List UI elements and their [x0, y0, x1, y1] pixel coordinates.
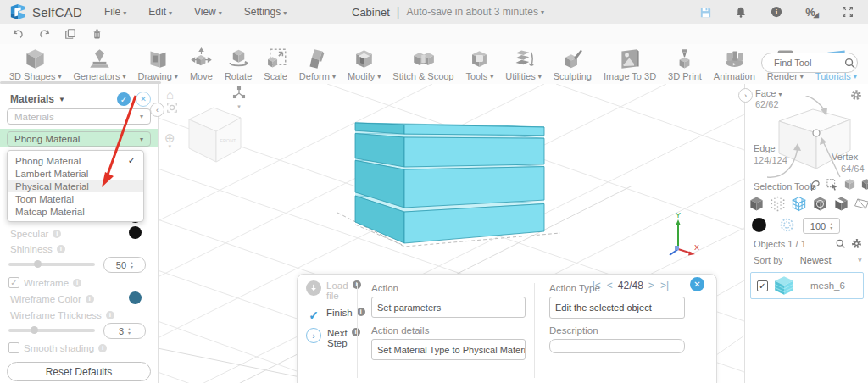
action-type-input[interactable]: Edit the selected object: [549, 297, 685, 319]
info-icon[interactable]: i: [768, 3, 785, 20]
material-type-select[interactable]: Phong Material▾: [7, 131, 151, 147]
dropdown-option-phong[interactable]: Phong Material✓: [8, 154, 143, 167]
toolbar-item-utilities[interactable]: Utilities▾: [499, 46, 547, 81]
wireframe-thickness-slider[interactable]: [8, 329, 95, 332]
mode-wireframe-cube-icon-active[interactable]: [791, 196, 807, 212]
toolbar-item-deform[interactable]: Deform▾: [293, 46, 342, 81]
panel-title-caret-icon[interactable]: ▼: [58, 96, 65, 103]
edge-label[interactable]: Edge: [754, 143, 776, 153]
sort-select[interactable]: Newest: [800, 255, 832, 265]
menu-file[interactable]: File▾: [104, 6, 126, 18]
toolbar-item-sculpting[interactable]: Sculpting: [548, 46, 598, 81]
toolbar-item-animation[interactable]: Animation: [708, 46, 761, 81]
texture-sphere-icon[interactable]: [780, 218, 794, 232]
delete-trash-icon[interactable]: [89, 26, 104, 42]
utilities-icon: [512, 47, 535, 70]
wireframe-thickness-stepper[interactable]: 3▴▾: [103, 323, 146, 339]
mode-solid-cube-icon[interactable]: [748, 196, 765, 212]
toolbar-item-stitch-scoop[interactable]: Stitch & Scoop: [387, 46, 459, 81]
toolbar-item-move[interactable]: Move: [184, 46, 219, 81]
fullscreen-icon[interactable]: [839, 3, 856, 20]
cube-select-dark-icon[interactable]: [860, 178, 868, 191]
toolbar-item-tools[interactable]: Tools▾: [459, 46, 499, 81]
objects-settings-gear-icon[interactable]: [851, 238, 862, 249]
search-icon: [843, 57, 856, 69]
dropdown-option-lambert[interactable]: Lambert Material: [8, 167, 143, 180]
step-next[interactable]: › Next Step i: [306, 328, 355, 348]
smooth-shading-checkbox-row[interactable]: Smooth shadingi: [8, 342, 107, 353]
object-list-item[interactable]: ✓ mesh_6: [750, 272, 864, 299]
action-input[interactable]: Set parameters: [371, 297, 526, 318]
autosave-status[interactable]: Auto-save in about 3 minutes: [406, 6, 537, 18]
app-logo-text: SelfCAD: [32, 5, 82, 19]
save-icon[interactable]: [697, 3, 714, 20]
toolbar-item-scale[interactable]: Scale: [258, 46, 293, 81]
menu-view[interactable]: View▾: [194, 6, 222, 18]
wireframe-checkbox[interactable]: ✓: [8, 277, 19, 288]
toolbar-item-modify[interactable]: Modify▾: [342, 46, 387, 81]
materials-search-select[interactable]: Materials▾: [7, 108, 151, 125]
mode-vertices-cube-icon[interactable]: [770, 196, 786, 212]
copy-icon[interactable]: [63, 26, 78, 42]
stepper-arrows-icon[interactable]: ▴▾: [830, 222, 832, 230]
stepper-arrows-icon[interactable]: ▴▾: [131, 261, 133, 269]
vertex-label[interactable]: Vertex: [832, 152, 858, 162]
redo-icon[interactable]: [36, 26, 52, 42]
collapse-left-panel-handle[interactable]: ‹: [150, 103, 164, 117]
shininess-stepper[interactable]: 50▴▾: [103, 257, 146, 273]
description-label: Description: [549, 325, 685, 336]
viewcube-widget[interactable]: FRONT: [189, 108, 241, 162]
specular-color-swatch[interactable]: [129, 226, 142, 239]
lasso-select-icon[interactable]: [810, 179, 821, 191]
top-menu-bar: SelfCAD File▾ Edit▾ View▾ Settings▾ Cabi…: [0, 0, 868, 25]
wireframe-checkbox-row[interactable]: ✓ Wireframei: [8, 277, 81, 288]
apply-check-button[interactable]: ✓: [117, 92, 131, 106]
shininess-slider[interactable]: [8, 263, 95, 266]
description-input[interactable]: [549, 339, 685, 353]
notifications-bell-icon[interactable]: [732, 3, 749, 20]
step-finish[interactable]: ✓ Finish i: [306, 308, 355, 323]
snap-percent-icon[interactable]: %◢: [804, 3, 821, 20]
stepper-arrows-icon[interactable]: ▴▾: [128, 327, 131, 336]
smooth-shading-checkbox[interactable]: [8, 342, 19, 353]
toolbar-item-image-to-3d[interactable]: Image To 3D: [598, 46, 662, 81]
mode-plane-icon[interactable]: [854, 197, 868, 210]
reset-defaults-button[interactable]: Reset Defaults: [7, 362, 151, 381]
object-color-swatch[interactable]: [752, 218, 766, 232]
toolbar-item-drawing[interactable]: Drawing▾: [132, 46, 184, 81]
find-tool-input[interactable]: [772, 57, 842, 69]
box-select-cursor-icon[interactable]: [826, 179, 838, 191]
toolbar-item-rotate[interactable]: Rotate: [219, 46, 258, 81]
vertex-count: 64/64: [841, 164, 865, 174]
axis-orientation-icon[interactable]: ▾: [232, 86, 246, 110]
wireframe-color-swatch[interactable]: [129, 291, 142, 304]
home-view-icon[interactable]: ⌂: [166, 87, 174, 102]
undo-icon[interactable]: [10, 26, 25, 42]
project-name[interactable]: Cabinet: [352, 6, 390, 19]
opacity-stepper[interactable]: 100▴▾: [803, 218, 840, 234]
material-type-dropdown: Phong Material✓ Lambert Material Physica…: [7, 150, 144, 222]
mode-open-cube-icon[interactable]: [833, 196, 849, 212]
dropdown-option-toon[interactable]: Toon Material: [8, 192, 143, 205]
cabinet-model[interactable]: [355, 123, 544, 243]
object-visibility-checkbox[interactable]: ✓: [757, 280, 768, 291]
menu-settings[interactable]: Settings▾: [244, 6, 287, 18]
cube-select-icon[interactable]: [843, 178, 856, 191]
toolbar-item-3d-shapes[interactable]: 3D Shapes▾: [3, 46, 67, 81]
close-panel-button[interactable]: ✕: [136, 92, 151, 107]
dropdown-option-physical[interactable]: Physical Material: [8, 180, 143, 192]
action-details-input[interactable]: Set Material Type to Physical Material.: [371, 339, 526, 360]
close-tutorial-button[interactable]: ✕: [690, 277, 704, 291]
mode-sphere-cube-icon[interactable]: [812, 196, 828, 212]
toolbar-item-3d-print[interactable]: 3D Print: [662, 46, 708, 81]
toolbar-item-generators[interactable]: Generators▾: [67, 46, 131, 81]
menu-edit[interactable]: Edit▾: [148, 6, 172, 18]
objects-search-icon[interactable]: [835, 238, 846, 249]
find-tool-search[interactable]: [761, 53, 858, 73]
svg-text:Y: Y: [676, 211, 681, 219]
dropdown-option-matcap[interactable]: Matcap Material: [8, 205, 143, 218]
perspective-globe-icon[interactable]: ⊕▾: [164, 130, 175, 150]
step-load-file[interactable]: Load file i: [306, 280, 355, 301]
focus-selection-icon[interactable]: [166, 102, 178, 117]
scale-icon: [264, 47, 287, 70]
